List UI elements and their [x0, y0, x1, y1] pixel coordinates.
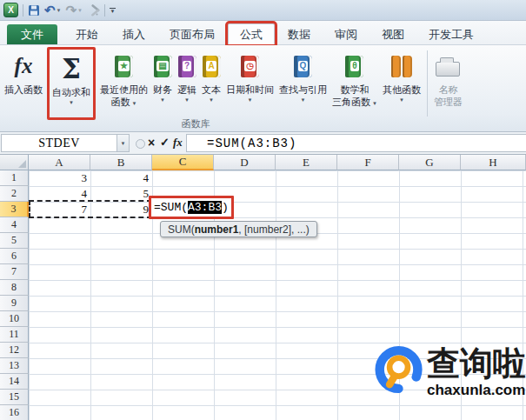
tab-page-layout[interactable]: 页面布局	[158, 24, 226, 44]
selected-range-text: A3:B3	[188, 201, 222, 214]
logical-button[interactable]: ?逻辑▼	[175, 47, 199, 120]
book-icon: ★	[115, 49, 133, 83]
tooltip-prefix: SUM(	[168, 223, 195, 236]
button-label: 查找与引用	[279, 83, 327, 96]
row-header-8[interactable]: 8	[0, 280, 29, 296]
customize-toolbar-icon[interactable]: ▼	[110, 8, 116, 13]
group-label-function-library: 函数库	[156, 117, 235, 130]
cell-b1[interactable]: 4	[90, 170, 152, 186]
book-icon: ◷	[241, 49, 259, 83]
row-header-15[interactable]: 15	[0, 390, 29, 405]
tools-icon[interactable]	[87, 2, 100, 19]
row-header-6[interactable]: 6	[0, 249, 29, 264]
date-time-button[interactable]: ◷日期和时间▼	[223, 47, 276, 120]
group-separator	[427, 50, 428, 117]
tooltip-bold-arg: number1	[195, 223, 239, 236]
financial-button[interactable]: ▤财务▼	[150, 47, 175, 120]
save-icon[interactable]	[28, 2, 40, 19]
row-header-4[interactable]: 4	[0, 217, 29, 233]
redo-icon: ↷	[66, 3, 77, 17]
chevron-down-icon: ▼	[399, 97, 404, 104]
button-label: 自动求和	[52, 86, 90, 98]
column-header-d[interactable]: D	[214, 155, 276, 170]
tab-developer[interactable]: 开发工具	[417, 24, 485, 44]
name-manager-button[interactable]: 名称管理器	[431, 47, 465, 120]
insert-function-icon[interactable]: fx	[173, 136, 183, 150]
button-label: 最近使用的	[100, 83, 148, 96]
tab-file[interactable]: 文件	[7, 24, 57, 44]
chevron-down-icon[interactable]: ▼	[77, 8, 83, 13]
column-header-g[interactable]: G	[399, 155, 461, 170]
tab-data[interactable]: 数据	[276, 24, 322, 44]
column-header-h[interactable]: H	[461, 155, 526, 170]
undo-button[interactable]: ↶ ▼	[44, 2, 62, 19]
chevron-down-icon: ▼	[372, 101, 377, 106]
autosum-button[interactable]: Σ自动求和▼	[47, 47, 96, 120]
column-header-e[interactable]: E	[276, 155, 337, 170]
column-header-b[interactable]: B	[90, 155, 152, 170]
math-trig-button[interactable]: θ数学和三角函数▼	[330, 47, 380, 120]
button-label: 三角函数▼	[332, 96, 377, 108]
row-header-3[interactable]: 3	[0, 202, 29, 217]
book-icon: ?	[178, 49, 196, 83]
drawer-icon	[436, 49, 460, 83]
column-header-f[interactable]: F	[337, 155, 399, 170]
column-header-c[interactable]: C	[152, 155, 214, 170]
chevron-down-icon: ▼	[248, 97, 253, 104]
divider	[23, 4, 23, 17]
collapse-dot-icon	[136, 139, 145, 149]
lookup-reference-button[interactable]: Q查找与引用▼	[276, 47, 330, 120]
ribbon-tabs: 文件 开始插入页面布局公式数据审阅视图开发工具	[0, 21, 526, 45]
name-box-dropdown[interactable]: ▼	[117, 134, 130, 152]
tab-view[interactable]: 视图	[370, 24, 416, 44]
confirm-entry-icon[interactable]: ✓	[160, 136, 170, 149]
recently-used-functions-button[interactable]: ★最近使用的函数▼	[97, 47, 150, 120]
button-label: 名称	[438, 83, 457, 96]
row-header-10[interactable]: 10	[0, 311, 29, 327]
row-header-7[interactable]: 7	[0, 264, 29, 280]
text-button[interactable]: A文本▼	[199, 47, 223, 120]
book-icon: A	[203, 49, 221, 83]
function-tooltip: SUM(number1, [number2], ...)	[160, 221, 317, 237]
chevron-down-icon: ▼	[301, 97, 306, 104]
tab-formulas[interactable]: 公式	[228, 23, 275, 44]
row-header-16[interactable]: 16	[0, 405, 29, 420]
excel-logo-icon[interactable]: X	[3, 3, 18, 17]
row-header-13[interactable]: 13	[0, 358, 29, 374]
chevron-down-icon: ▼	[184, 97, 190, 104]
tab-insert[interactable]: 插入	[111, 24, 156, 44]
row-header-5[interactable]: 5	[0, 233, 29, 249]
watermark-title: 查询啦	[427, 344, 526, 383]
function-library-group: fx插入函数Σ自动求和▼★最近使用的函数▼▤财务▼?逻辑▼A文本▼◷日期和时间▼…	[0, 45, 526, 120]
row-header-9[interactable]: 9	[0, 296, 29, 311]
books-icon	[391, 49, 412, 83]
row-header-12[interactable]: 12	[0, 343, 29, 358]
formula-suffix: )	[222, 201, 229, 214]
redo-button[interactable]: ↷ ▼	[66, 2, 83, 19]
cancel-entry-icon[interactable]: ×	[148, 136, 155, 150]
watermark: 查询啦 chaxunla.com	[375, 344, 526, 397]
tab-review[interactable]: 审阅	[323, 24, 369, 44]
row-header-14[interactable]: 14	[0, 374, 29, 390]
select-all-corner[interactable]	[0, 155, 29, 170]
watermark-domain: chaxunla.com	[427, 383, 526, 397]
row-header-2[interactable]: 2	[0, 186, 29, 202]
more-functions-button[interactable]: 其他函数▼	[380, 47, 423, 120]
column-header-a[interactable]: A	[29, 155, 90, 170]
insert-function-button[interactable]: fx插入函数	[2, 47, 45, 120]
row-header-11[interactable]: 11	[0, 327, 29, 343]
row-header-1[interactable]: 1	[0, 170, 29, 186]
sigma-icon: Σ	[62, 51, 81, 86]
chevron-down-icon: ▼	[209, 97, 214, 104]
formula-input[interactable]: =SUM(A3:B3)	[186, 134, 526, 152]
button-label: 日期和时间	[226, 83, 274, 96]
chevron-down-icon: ▼	[160, 97, 165, 104]
cell-c3-edit[interactable]: =SUM(A3:B3)	[149, 196, 234, 219]
book-icon: θ	[345, 49, 363, 83]
cell-a1[interactable]: 3	[29, 170, 90, 186]
chevron-down-icon[interactable]: ▼	[57, 8, 62, 13]
tab-home[interactable]: 开始	[64, 24, 110, 44]
book-icon: ▤	[154, 49, 172, 83]
magnifier-logo-icon	[375, 344, 424, 397]
name-box[interactable]: STDEV	[1, 134, 117, 152]
